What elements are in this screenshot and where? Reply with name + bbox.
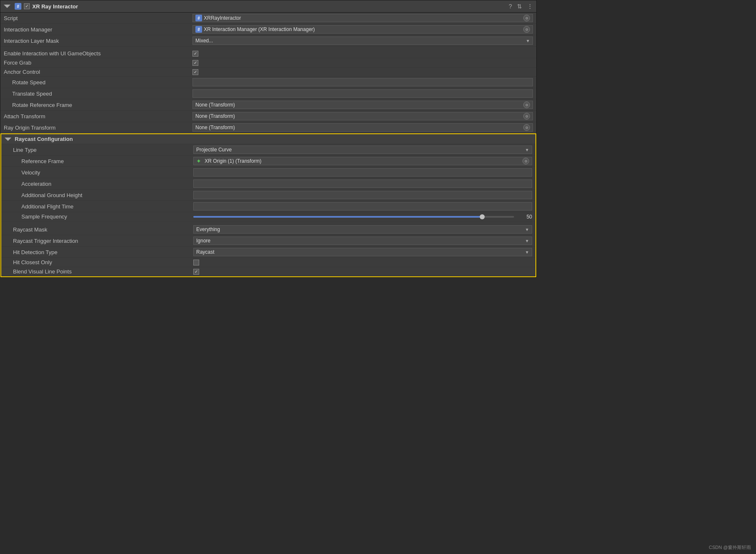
hit-closest-only-checkbox[interactable] [193,260,199,265]
sample-frequency-track [193,216,514,218]
label-attach-transform: Attach Transform [4,113,192,120]
rm-dropdown-arrow: ▼ [525,227,529,232]
raycast-config-header: Raycast Configuration [1,134,535,144]
additional-flight-time-input[interactable]: 0.5 [193,202,532,211]
at-ref-text: None (Transform) [195,113,522,119]
more-icon[interactable]: ⋮ [527,3,533,10]
rf-ref-picker[interactable]: ⊙ [522,158,529,164]
row-sample-frequency: Sample Frequency 50 [1,212,535,221]
row-interaction-manager: Interaction Manager # XR Interaction Man… [0,24,536,35]
interaction-layer-mask-dropdown[interactable]: Mixed... ▼ [192,36,533,45]
value-enable-interaction [192,51,533,57]
value-attach-transform: None (Transform) ⊙ [192,112,533,120]
label-hit-detection-type: Hit Detection Type [5,249,193,255]
value-sample-frequency: 50 [193,214,532,220]
component-enabled-checkbox[interactable] [24,3,30,9]
row-force-grab: Force Grab [0,58,536,68]
im-ref-picker[interactable]: ⊙ [523,26,530,33]
label-velocity: Velocity [5,169,193,176]
settings-icon[interactable]: ⇅ [517,3,522,10]
row-reference-frame: Reference Frame ✦ XR Origin (1) (Transfo… [1,156,535,167]
sample-frequency-fill [193,216,482,218]
row-attach-transform: Attach Transform None (Transform) ⊙ [0,111,536,122]
label-enable-interaction: Enable Interaction with UI GameObjects [4,50,192,57]
script-ref-picker[interactable]: ⊙ [523,15,530,21]
label-line-type: Line Type [5,147,193,153]
value-rotate-speed: 180 [192,78,533,86]
component-header: # XR Ray Interactor ? ⇅ ⋮ [0,0,536,13]
lt-dropdown-arrow: ▼ [525,148,529,152]
value-force-grab [192,60,533,66]
lt-dropdown-text: Projectile Curve [196,147,525,153]
value-rotate-reference-frame: None (Transform) ⊙ [192,101,533,109]
hdt-dropdown-arrow: ▼ [525,250,529,255]
row-rotate-reference-frame: Rotate Reference Frame None (Transform) … [0,99,536,111]
label-anchor-control: Anchor Control [4,69,192,75]
im-ref-text: XR Interaction Manager (XR Interaction M… [204,26,522,32]
value-interaction-manager: # XR Interaction Manager (XR Interaction… [192,25,533,34]
label-blend-visual-line: Blend Visual Line Points [5,268,193,275]
label-interaction-layer-mask: Interaction Layer Mask [4,38,192,44]
raycast-configuration-section: Raycast Configuration Line Type Projecti… [0,133,536,277]
rotate-ref-frame-ref[interactable]: None (Transform) ⊙ [192,101,533,109]
script-ref[interactable]: # XRRayInteractor ⊙ [192,14,533,22]
interaction-manager-ref[interactable]: # XR Interaction Manager (XR Interaction… [192,25,533,34]
value-acceleration: 9.8 [193,179,532,188]
value-hit-closest-only [193,260,532,265]
value-reference-frame: ✦ XR Origin (1) (Transform) ⊙ [193,157,532,165]
rrf-ref-picker[interactable]: ⊙ [523,101,530,108]
value-script: # XRRayInteractor ⊙ [192,14,533,22]
value-velocity: 10 [193,168,532,177]
additional-ground-height-input[interactable]: 0.1 [193,191,532,199]
line-type-dropdown[interactable]: Projectile Curve ▼ [193,146,532,154]
reference-frame-ref[interactable]: ✦ XR Origin (1) (Transform) ⊙ [193,157,532,165]
enable-interaction-checkbox[interactable] [192,51,198,57]
raycast-mask-dropdown[interactable]: Everything ▼ [193,225,532,234]
label-raycast-trigger: Raycast Trigger Interaction [5,238,193,244]
component-hash-icon: # [15,3,21,10]
collapse-arrow[interactable] [4,5,10,8]
rotate-speed-input[interactable]: 180 [192,78,533,86]
raycast-trigger-dropdown[interactable]: Ignore ▼ [193,237,532,245]
rrf-ref-text: None (Transform) [195,102,522,108]
help-icon[interactable]: ? [509,3,512,10]
at-ref-picker[interactable]: ⊙ [523,113,530,120]
velocity-input[interactable]: 10 [193,168,532,177]
acceleration-input[interactable]: 9.8 [193,179,532,188]
rf-ref-text: XR Origin (1) (Transform) [205,158,521,164]
row-raycast-trigger: Raycast Trigger Interaction Ignore ▼ [1,235,535,247]
ilm-dropdown-arrow: ▼ [526,39,530,43]
row-interaction-layer-mask: Interaction Layer Mask Mixed... ▼ [0,35,536,47]
value-anchor-control [192,69,533,75]
sample-frequency-slider-container: 50 [193,214,532,220]
label-raycast-mask: Raycast Mask [5,226,193,233]
label-ray-origin-transform: Ray Origin Transform [4,125,192,131]
row-hit-detection-type: Hit Detection Type Raycast ▼ [1,247,535,258]
sample-frequency-thumb[interactable] [480,214,485,219]
row-blend-visual-line: Blend Visual Line Points [1,267,535,276]
ray-origin-ref[interactable]: None (Transform) ⊙ [192,123,533,132]
value-raycast-trigger: Ignore ▼ [193,237,532,245]
hdt-dropdown-text: Raycast [196,249,525,255]
row-acceleration: Acceleration 9.8 [1,178,535,190]
anchor-control-checkbox[interactable] [192,69,198,75]
row-ray-origin-transform: Ray Origin Transform None (Transform) ⊙ [0,122,536,133]
value-interaction-layer-mask: Mixed... ▼ [192,36,533,45]
row-additional-flight-time: Additional Flight Time 0.5 [1,201,535,212]
sample-frequency-value: 50 [517,214,532,220]
row-rotate-speed: Rotate Speed 180 [0,77,536,88]
label-translate-speed: Translate Speed [4,91,192,97]
blend-visual-line-checkbox[interactable] [193,269,199,275]
label-acceleration: Acceleration [5,181,193,187]
value-additional-ground-height: 0.1 [193,191,532,199]
rot-ref-picker[interactable]: ⊙ [523,124,530,131]
force-grab-checkbox[interactable] [192,60,198,66]
script-hash-icon: # [195,15,202,21]
translate-speed-input[interactable]: 1 [192,89,533,98]
value-blend-visual-line [193,269,532,275]
hit-detection-type-dropdown[interactable]: Raycast ▼ [193,248,532,256]
ilm-dropdown-text: Mixed... [195,38,526,44]
value-translate-speed: 1 [192,89,533,98]
raycast-config-arrow[interactable] [5,138,11,141]
attach-transform-ref[interactable]: None (Transform) ⊙ [192,112,533,120]
